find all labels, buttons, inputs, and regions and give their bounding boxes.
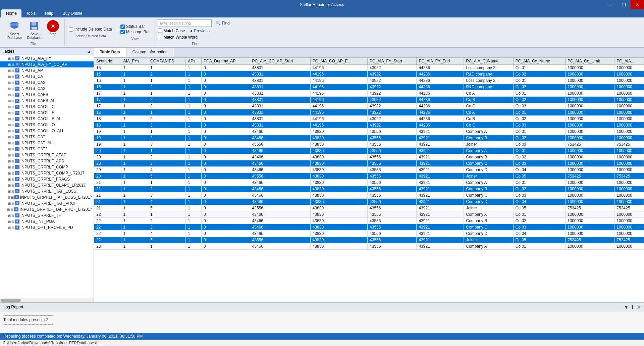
stop-button[interactable]: ✕ Stop bbox=[45, 19, 61, 41]
tab-table-data[interactable]: Table Data bbox=[94, 48, 126, 57]
sidebar-item[interactable]: ⊞ ⊞ ≡ INPUTS_CAOIL_F bbox=[0, 110, 94, 116]
match-case-label[interactable]: Match Case bbox=[158, 29, 185, 33]
log-minimize-button[interactable]: ▼ bbox=[624, 304, 629, 310]
table-row[interactable]: 17131043831441964392244286Co CCo 0310000… bbox=[94, 103, 644, 109]
column-header[interactable]: COMPANIES bbox=[148, 58, 186, 65]
sidebar-item[interactable]: ⊞ ⊞ ≡ INPUTS_GRPRLF_AFAP bbox=[0, 152, 94, 158]
table-row[interactable]: 20111043466438304355643921Company ACo 01… bbox=[94, 148, 644, 154]
log-float-button[interactable]: ⬆ bbox=[631, 304, 635, 310]
table-row[interactable]: 20151043556438304355643921JoinerCo 05753… bbox=[94, 173, 644, 180]
tab-home[interactable]: Home bbox=[1, 9, 21, 17]
table-row[interactable]: 21111043466438304355643921Company ACo 01… bbox=[94, 180, 644, 186]
table-row[interactable]: 16121043831441964392244286R&D companyCo … bbox=[94, 84, 644, 90]
table-row[interactable]: 15111043831441964392244286Loss company 2… bbox=[94, 65, 644, 71]
tab-column-information[interactable]: Column Information bbox=[126, 48, 174, 57]
sidebar-item[interactable]: ⊞ ⊞ ≡ INPUTS_AIA_FY bbox=[0, 55, 94, 61]
table-row[interactable]: 22141043466438304355643921Company DCo 04… bbox=[94, 231, 644, 237]
column-header[interactable]: APs bbox=[186, 58, 202, 65]
sidebar-item[interactable]: ⊞ ⊞ ≡ INPUTS_GRPRLF_TF bbox=[0, 212, 94, 218]
find-button[interactable]: 🔍 Find bbox=[213, 20, 232, 26]
column-header[interactable]: PC_AIA_FY_End bbox=[417, 58, 464, 65]
sidebar-item[interactable]: ⊞ ⊞ ≡ INPUTS_GRPRLF_TAF_PROF_LR2017 bbox=[0, 206, 94, 212]
table-row[interactable]: 21141043466438304355643921Company DCo 04… bbox=[94, 199, 644, 205]
column-header[interactable]: PC_AIA_CoName bbox=[464, 58, 513, 65]
table-row[interactable]: 22151043556438304355643921JoinerCo 05753… bbox=[94, 237, 644, 243]
table-row[interactable]: 22111043466438304355643921Company ACo 01… bbox=[94, 211, 644, 218]
message-bar-label[interactable]: Message Bar bbox=[120, 30, 150, 34]
tab-tools[interactable]: Tools bbox=[21, 9, 40, 17]
column-header[interactable]: PC_AIA_CO_AP_E... bbox=[310, 58, 367, 65]
table-row[interactable]: 20131043466438304355643921Company CCo 03… bbox=[94, 160, 644, 167]
sidebar-item[interactable]: ⊞ ⊞ ≡ INPUTS_OPT_PROFILE_PD bbox=[0, 225, 94, 231]
sidebar-item[interactable]: ⊞ ⊞ ≡ INPUTS_GRPRLF_TAF_LOSS bbox=[0, 188, 94, 194]
sidebar-item[interactable]: ⊞ ⊞ ≡ INPUTS_CAFS bbox=[0, 92, 94, 98]
table-row[interactable]: 21121043466438304355643921Company BCo 02… bbox=[94, 186, 644, 192]
include-deleted-checkbox[interactable] bbox=[69, 27, 73, 32]
close-button[interactable]: ✕ bbox=[631, 0, 644, 9]
include-deleted-checkbox-label[interactable]: Include Deleted Data bbox=[69, 27, 112, 32]
table-row[interactable]: 18111043831441964392244286Co ACo 0110000… bbox=[94, 109, 644, 116]
sidebar-tree[interactable]: ⊞ ⊞ ≡ INPUTS_AIA_FY ⊞ ⊞ ≡ INPUTS_AIA_FY_… bbox=[0, 55, 94, 298]
sidebar-item[interactable]: ⊞ ⊞ ≡ INPUTS_GRPRLF_OLAPS_LR2017 bbox=[0, 182, 94, 188]
table-row[interactable]: 20121043466438304355643921Company BCo 02… bbox=[94, 154, 644, 160]
sidebar-item[interactable]: ⊞ ⊞ ≡ INPUTS_CAOIL_F_ALL bbox=[0, 116, 94, 122]
column-header[interactable]: PC_AIA_CO_AP_Start bbox=[250, 58, 310, 65]
sidebar-item[interactable]: ⊞ ⊞ ≡ INPUTS_GRPRLF_COMP bbox=[0, 164, 94, 170]
column-header[interactable]: AIA_FYs bbox=[121, 58, 148, 65]
sidebar-item[interactable]: ⊞ ⊞ ≡ INPUTS_CA bbox=[0, 73, 94, 80]
sidebar-item[interactable]: ⊞ ⊞ ≡ INPUTS_CAOIL_C bbox=[0, 104, 94, 110]
save-database-button[interactable]: SaveDatabase bbox=[25, 19, 44, 41]
data-grid-container[interactable]: ScenarioAIA_FYsCOMPANIESAPsPCA_Dummy_APP… bbox=[94, 57, 644, 302]
select-database-button[interactable]: SelectDatabase bbox=[5, 19, 24, 41]
table-row[interactable]: 18131043831441964392244286Co CCo 0310000… bbox=[94, 122, 644, 129]
sidebar-item[interactable]: ⊞ ⊞ ≡ INPUTS_CAOIL_O_ALL bbox=[0, 128, 94, 134]
sidebar-item[interactable]: ⊞ ⊞ ≡ INPUTS_CA3 bbox=[0, 86, 94, 92]
table-row[interactable]: 19121043466438304355643921Company BCo 02… bbox=[94, 135, 644, 141]
minimize-button[interactable]: — bbox=[604, 0, 617, 9]
sidebar-horizontal-scrollbar[interactable] bbox=[0, 298, 94, 302]
status-bar-checkbox[interactable] bbox=[120, 24, 125, 29]
message-bar-checkbox[interactable] bbox=[120, 30, 125, 34]
log-close-button[interactable]: ✕ bbox=[637, 304, 641, 310]
table-row[interactable]: 21151043556438304355643921JoinerCo 05753… bbox=[94, 205, 644, 211]
table-row[interactable]: 21131043466438304355643921Company CCo 03… bbox=[94, 192, 644, 199]
table-row[interactable]: 18121043831441964392244286Co BCo 0210000… bbox=[94, 116, 644, 122]
sidebar-item[interactable]: ⊞ ⊞ ≡ INPUTS_AP bbox=[0, 67, 94, 73]
match-whole-word-checkbox[interactable] bbox=[158, 35, 162, 39]
table-row[interactable]: 22121043466438304355643921Company BCo 02… bbox=[94, 218, 644, 224]
sidebar-item[interactable]: ⊞ ⊞ ≡ INPUTS_GRPRLF_FRAGS bbox=[0, 176, 94, 182]
table-row[interactable]: 19111043466438304355643921Company ACo 01… bbox=[94, 129, 644, 135]
sidebar-item[interactable]: ⊞ ⊞ ≡ INPUTS_GRPRLF_TAF_PROF bbox=[0, 200, 94, 206]
table-row[interactable]: 17111043831441964392244286Co ACo 0110000… bbox=[94, 90, 644, 97]
column-header[interactable]: Scenario bbox=[94, 58, 121, 65]
sidebar-item[interactable]: ⊞ ⊞ ≡ INPUTS_CAT bbox=[0, 134, 94, 140]
column-header[interactable]: PC_AIA_Co_Limit bbox=[565, 58, 614, 65]
sidebar-item[interactable]: ⊞ ⊞ ≡ INPUTS_AIA_FY_CO_AP bbox=[0, 61, 94, 67]
table-row[interactable]: 19131043556438304355643921JoinerCo 03753… bbox=[94, 141, 644, 148]
match-whole-word-label[interactable]: Match Whole Word bbox=[158, 35, 198, 40]
previous-button[interactable]: ◄ Previous bbox=[186, 28, 212, 34]
sidebar-item[interactable]: ⊞ ⊞ ≡ INPUTS_GRPRLF_COMP_LR2017 bbox=[0, 170, 94, 176]
column-header[interactable]: PC_AIA... bbox=[614, 58, 644, 65]
sidebar-item[interactable]: ⊞ ⊞ ≡ INPUTS_GRPRLF_APS bbox=[0, 158, 94, 164]
sidebar-item[interactable]: ⊞ ⊞ ≡ INPUTS_GRPRLF_TAF_LOSS_LR2017 bbox=[0, 194, 94, 200]
match-case-checkbox[interactable] bbox=[158, 29, 162, 33]
table-row[interactable]: 15121043831441964392244286R&D companyCo … bbox=[94, 71, 644, 78]
column-header[interactable]: PC_AIA_FY_Start bbox=[368, 58, 417, 65]
table-row[interactable]: 23111043466438304355643921Company ACo 01… bbox=[94, 243, 644, 250]
table-row[interactable]: 16111043831441964392244286Loss company 2… bbox=[94, 78, 644, 84]
sidebar-item[interactable]: ⊞ ⊞ ≡ INPUTS_CAFS_ALL bbox=[0, 98, 94, 104]
sidebar-item[interactable]: ⊞ ⊞ ≡ INPUTS_CA2 bbox=[0, 80, 94, 86]
table-row[interactable]: 20141043466438304355643921Company DCo 04… bbox=[94, 167, 644, 173]
sidebar-item[interactable]: ⊞ ⊞ ≡ INPUTS_CAT2 bbox=[0, 146, 94, 152]
search-input[interactable] bbox=[158, 19, 212, 27]
status-bar-label[interactable]: Status Bar bbox=[120, 24, 150, 29]
table-row[interactable]: 22131043466438304355643921Company CCo 03… bbox=[94, 224, 644, 231]
sidebar-item[interactable]: ⊞ ⊞ ≡ INPUTS_INT_POA bbox=[0, 218, 94, 225]
tab-buy-online[interactable]: Buy Online bbox=[58, 9, 87, 17]
column-header[interactable]: PCA_Dummy_AP bbox=[201, 58, 250, 65]
table-row[interactable]: 17121043831441964392244286Co BCo 0210000… bbox=[94, 97, 644, 103]
tab-help[interactable]: Help bbox=[40, 9, 58, 17]
sidebar-collapse-icon[interactable]: ▲ bbox=[88, 50, 91, 53]
sidebar-item[interactable]: ⊞ ⊞ ≡ INPUTS_CAOIL_O bbox=[0, 122, 94, 128]
